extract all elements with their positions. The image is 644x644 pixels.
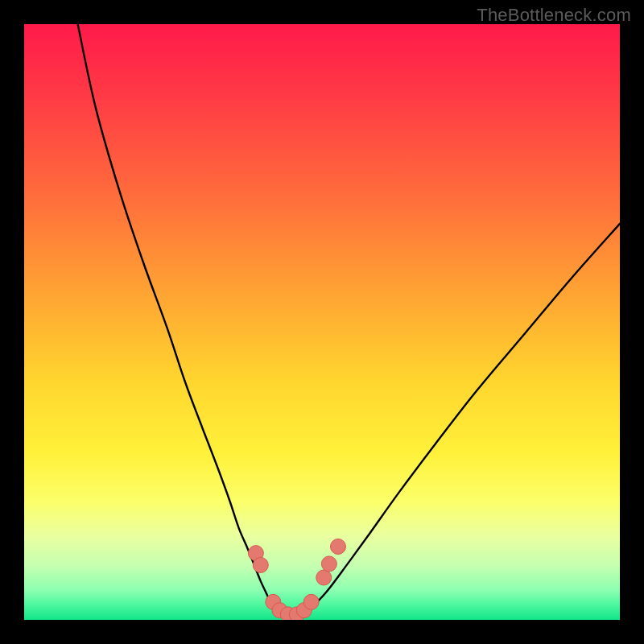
marker-dot <box>330 539 345 554</box>
marker-dot <box>316 570 332 585</box>
plot-area <box>24 24 620 620</box>
chart-frame: TheBottleneck.com <box>0 0 644 644</box>
marker-group <box>248 539 345 620</box>
watermark-text: TheBottleneck.com <box>477 5 631 26</box>
bottleneck-curve <box>78 24 620 616</box>
marker-dot <box>303 594 319 609</box>
marker-dot <box>253 557 268 572</box>
curve-layer <box>24 24 620 620</box>
marker-dot <box>321 556 336 572</box>
